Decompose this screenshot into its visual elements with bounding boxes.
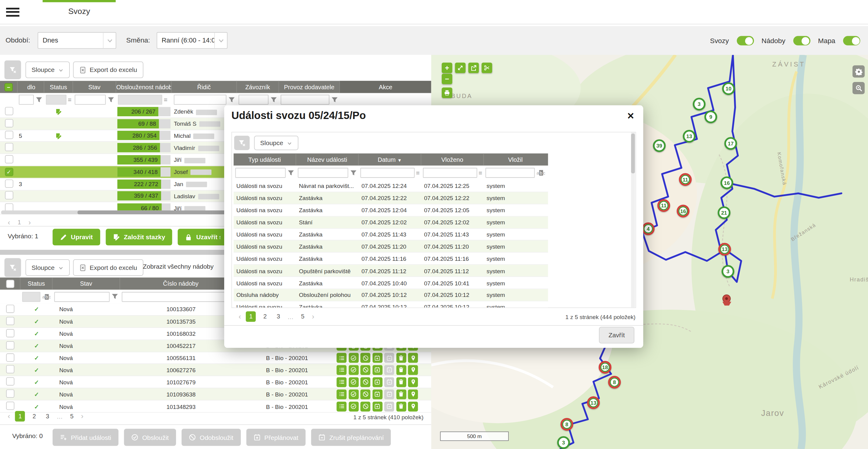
row-checkbox[interactable]: [5, 107, 13, 115]
page-5[interactable]: 5: [299, 311, 307, 322]
reschedule-icon[interactable]: [372, 389, 382, 399]
trash-icon[interactable]: [396, 377, 406, 387]
row-checkbox[interactable]: [6, 317, 14, 325]
cancel-reschedule-icon[interactable]: [384, 401, 394, 411]
tab-svozy[interactable]: Svozy: [42, 7, 116, 16]
serve-icon[interactable]: [349, 377, 359, 387]
period-select[interactable]: Dnes: [38, 32, 116, 49]
cancel-reschedule-icon[interactable]: [384, 353, 394, 363]
list-icon[interactable]: [337, 365, 346, 375]
row-checkbox[interactable]: [6, 341, 14, 349]
serve-icon[interactable]: [349, 365, 359, 375]
serve-icon[interactable]: [349, 389, 359, 399]
map-marker[interactable]: 8: [608, 376, 621, 389]
filter-input[interactable]: [486, 168, 535, 178]
map-marker[interactable]: 10: [722, 82, 735, 95]
toggle-nádoby[interactable]: [793, 36, 810, 46]
row-checkbox[interactable]: ✓: [5, 168, 13, 176]
map-marker[interactable]: 11: [679, 173, 692, 186]
pin-icon[interactable]: [408, 353, 418, 363]
reschedule-icon[interactable]: [372, 377, 382, 387]
row-checkbox[interactable]: [6, 389, 14, 398]
clear-filter-button[interactable]: [5, 258, 21, 277]
next-page[interactable]: ›: [81, 412, 84, 420]
row-checkbox[interactable]: [5, 179, 13, 188]
reschedule-icon[interactable]: [372, 365, 382, 375]
select-all-checkbox[interactable]: −: [5, 83, 13, 91]
page-1[interactable]: 1: [246, 311, 256, 322]
row-checkbox[interactable]: [5, 191, 13, 200]
map-marker[interactable]: 3: [557, 436, 570, 449]
columns-button[interactable]: Sloupce: [26, 62, 69, 78]
filter-input[interactable]: [174, 95, 226, 105]
print-icon[interactable]: [442, 87, 452, 98]
clear-filter-button[interactable]: [5, 60, 21, 79]
row-checkbox[interactable]: [5, 131, 13, 139]
map-marker[interactable]: 9: [705, 111, 717, 123]
page-1[interactable]: 1: [15, 411, 25, 422]
map-marker[interactable]: 13: [587, 396, 600, 409]
footer-action-button-disabled[interactable]: Zrušit přeplánování: [311, 429, 391, 446]
filter-input[interactable]: [122, 292, 240, 302]
pin-icon[interactable]: [408, 401, 418, 411]
reschedule-icon[interactable]: [372, 401, 382, 411]
prev-page[interactable]: ‹: [8, 412, 10, 420]
row-checkbox[interactable]: [6, 353, 14, 361]
unserve-icon[interactable]: [361, 365, 370, 375]
page-3[interactable]: 3: [43, 411, 52, 422]
filter-input[interactable]: [423, 168, 477, 178]
cancel-reschedule-icon[interactable]: [384, 377, 394, 387]
map-marker[interactable]: 3: [693, 98, 705, 111]
row-checkbox[interactable]: [5, 143, 13, 151]
event-row[interactable]: Události na svozuZastávka07.04.2025 10:4…: [234, 277, 548, 289]
event-row[interactable]: Události na svozuOpuštění parkoviště07.0…: [234, 265, 548, 277]
row-checkbox[interactable]: [6, 329, 14, 337]
container-row[interactable]: ✓ Nová 100627276 B - Bio - 200201: [0, 364, 431, 377]
container-row[interactable]: ✓ Nová 100556131 B - Bio - 200201: [0, 352, 431, 364]
map-marker[interactable]: 16: [720, 176, 733, 189]
event-row[interactable]: Události na svozuStání07.04.2025 12:02 0…: [234, 216, 548, 229]
page-2[interactable]: 2: [30, 411, 38, 422]
map-marker[interactable]: 13: [683, 130, 696, 143]
toggle-svozy[interactable]: [737, 36, 754, 46]
event-row[interactable]: Události na svozuZastávka07.04.2025 12:0…: [234, 204, 548, 216]
event-row[interactable]: Události na svozuZastávka07.04.2025 11:2…: [234, 241, 548, 253]
unserve-icon[interactable]: [361, 389, 370, 399]
filter-input[interactable]: [74, 95, 105, 105]
map-marker[interactable]: 21: [718, 206, 731, 219]
event-row[interactable]: Události na svozuZastávka07.04.2025 11:4…: [234, 229, 548, 241]
map-marker[interactable]: 18: [598, 361, 611, 374]
clear-filter-button[interactable]: [234, 136, 250, 150]
row-checkbox[interactable]: [5, 119, 13, 127]
columns-button[interactable]: Sloupce: [26, 259, 69, 276]
hamburger-menu-icon[interactable]: [6, 8, 20, 17]
row-checkbox[interactable]: [6, 304, 14, 313]
next-page[interactable]: ›: [312, 312, 314, 321]
map-marker[interactable]: 8: [560, 418, 573, 431]
filter-input[interactable]: [19, 95, 34, 105]
event-row[interactable]: Události na svozuZastávka07.04.2025 10:1…: [234, 301, 548, 308]
close-icon[interactable]: ✕: [627, 111, 634, 121]
row-checkbox[interactable]: [5, 155, 13, 163]
page-5[interactable]: 5: [68, 411, 76, 422]
row-checkbox[interactable]: [6, 377, 14, 386]
map-marker[interactable]: 13: [718, 243, 731, 256]
unserve-icon[interactable]: [361, 377, 370, 387]
map-marker[interactable]: 11: [657, 199, 670, 212]
filter-input[interactable]: [298, 168, 348, 178]
next-page[interactable]: ›: [29, 218, 31, 227]
trash-icon[interactable]: [396, 365, 406, 375]
cancel-reschedule-icon[interactable]: [384, 389, 394, 399]
event-row[interactable]: Události na svozuZastávka07.04.2025 12:2…: [234, 192, 548, 204]
map-marker[interactable]: 4: [642, 222, 655, 235]
list-icon[interactable]: [337, 401, 346, 411]
columns-button[interactable]: Sloupce: [254, 136, 298, 150]
column-datum-sorted[interactable]: Datum ▼: [359, 153, 421, 166]
fullscreen-icon[interactable]: [455, 63, 466, 73]
zoom-out-button[interactable]: −: [442, 74, 452, 84]
map-settings-gear-icon[interactable]: [852, 65, 865, 78]
filter-input[interactable]: [281, 95, 330, 105]
page-2[interactable]: 2: [261, 311, 269, 322]
select-all-checkbox[interactable]: [6, 279, 14, 288]
map-marker[interactable]: 3: [721, 265, 734, 278]
